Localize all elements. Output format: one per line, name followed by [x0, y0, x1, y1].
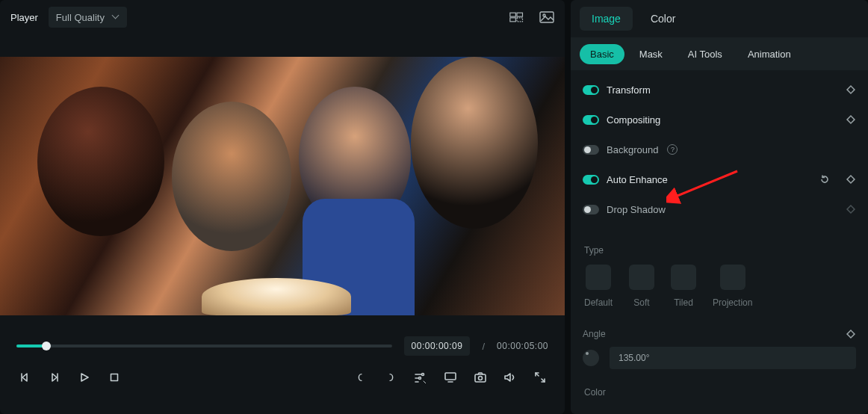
svg-rect-8	[111, 374, 118, 381]
time-separator: /	[482, 341, 485, 352]
label-background: Background	[607, 144, 658, 155]
tab-image[interactable]: Image	[580, 7, 633, 31]
seek-thumb[interactable]	[42, 342, 51, 350]
svg-rect-0	[510, 13, 516, 16]
svg-rect-20	[847, 206, 855, 213]
mark-in-icon[interactable]	[354, 371, 368, 384]
time-total: 00:00:05:00	[497, 341, 548, 351]
tab-ai-tools[interactable]: AI Tools	[678, 44, 733, 64]
row-compositing: Compositing	[583, 105, 856, 135]
compare-icon[interactable]	[509, 11, 524, 23]
prev-frame-icon[interactable]	[18, 371, 31, 384]
svg-rect-2	[510, 18, 516, 22]
tab-basic[interactable]: Basic	[580, 44, 624, 64]
next-frame-icon[interactable]	[48, 371, 61, 384]
color-heading: Color	[584, 387, 856, 398]
angle-heading: Angle	[583, 329, 846, 339]
video-preview[interactable]	[0, 57, 565, 315]
time-current[interactable]: 00:00:00:09	[404, 336, 471, 356]
angle-dial[interactable]	[583, 350, 599, 366]
svg-rect-22	[847, 330, 855, 338]
quality-dropdown[interactable]: Full Quality	[49, 7, 127, 28]
tile-tiled[interactable]: Tiled	[671, 265, 696, 308]
svg-rect-18	[847, 116, 855, 123]
stop-icon[interactable]	[108, 371, 121, 384]
angle-input[interactable]: 135.00°	[610, 347, 856, 369]
tile-label: Tiled	[674, 297, 693, 308]
volume-icon[interactable]	[503, 371, 517, 384]
tile-projection[interactable]: Projection	[713, 265, 752, 308]
tile-label: Projection	[713, 297, 752, 308]
tile-soft[interactable]: Soft	[629, 265, 654, 308]
svg-point-16	[479, 377, 483, 380]
toggle-drop-shadow[interactable]	[583, 205, 599, 214]
quality-label: Full Quality	[56, 12, 105, 23]
toggle-background[interactable]	[583, 145, 599, 155]
player-controls: 00:00:00:09 / 00:00:05:00	[0, 315, 565, 414]
tile-default[interactable]: Default	[584, 265, 613, 308]
primary-tabs: Image Color	[571, 0, 868, 37]
svg-point-12	[419, 377, 421, 380]
image-icon[interactable]	[539, 11, 554, 23]
svg-rect-3	[517, 18, 523, 22]
chevron-down-icon	[112, 13, 120, 21]
keyframe-icon[interactable]	[846, 329, 856, 339]
tab-mask[interactable]: Mask	[629, 44, 673, 64]
label-transform: Transform	[607, 84, 651, 96]
row-background: Background ?	[583, 135, 856, 164]
svg-rect-19	[847, 176, 855, 183]
player-header: Player Full Quality	[0, 0, 565, 34]
row-auto-enhance: Auto Enhance	[583, 164, 856, 194]
mark-out-icon[interactable]	[384, 371, 397, 384]
display-icon[interactable]	[444, 371, 457, 384]
tile-label: Soft	[633, 297, 649, 308]
svg-point-10	[422, 374, 424, 376]
label-compositing: Compositing	[607, 114, 660, 126]
row-drop-shadow: Drop Shadow	[583, 194, 856, 224]
tile-label: Default	[584, 297, 613, 308]
fullscreen-icon[interactable]	[533, 371, 547, 384]
tab-color[interactable]: Color	[639, 7, 687, 31]
player-title: Player	[10, 12, 38, 23]
label-auto-enhance: Auto Enhance	[607, 174, 668, 185]
properties-panel: Image Color Basic Mask AI Tools Animatio…	[571, 0, 868, 414]
type-heading: Type	[584, 245, 856, 256]
drop-shadow-section: Type Default Soft Tiled Projection Angle…	[571, 224, 868, 398]
svg-rect-13	[445, 373, 456, 380]
svg-rect-4	[540, 12, 554, 22]
label-drop-shadow: Drop Shadow	[607, 204, 666, 215]
keyframe-icon[interactable]	[846, 114, 856, 125]
secondary-tabs: Basic Mask AI Tools Animation	[571, 37, 868, 70]
keyframe-icon[interactable]	[846, 84, 856, 95]
row-transform: Transform	[583, 75, 856, 105]
toggle-transform[interactable]	[583, 85, 599, 95]
property-list: Transform Compositing Background ?	[571, 70, 868, 224]
help-icon[interactable]: ?	[667, 144, 678, 155]
seek-bar[interactable]	[16, 345, 392, 347]
reset-icon[interactable]	[819, 173, 831, 185]
toggle-auto-enhance[interactable]	[583, 175, 599, 185]
toggle-compositing[interactable]	[583, 115, 599, 125]
svg-rect-1	[517, 13, 523, 16]
svg-rect-15	[475, 374, 486, 382]
tab-animation[interactable]: Animation	[737, 44, 802, 64]
snapshot-icon[interactable]	[474, 371, 487, 384]
keyframe-icon	[846, 204, 856, 214]
zoom-menu-icon[interactable]	[414, 371, 427, 384]
svg-rect-17	[847, 86, 855, 93]
keyframe-icon[interactable]	[846, 174, 856, 185]
player-panel: Player Full Quality 00:00	[0, 0, 565, 414]
play-icon[interactable]	[78, 371, 91, 384]
